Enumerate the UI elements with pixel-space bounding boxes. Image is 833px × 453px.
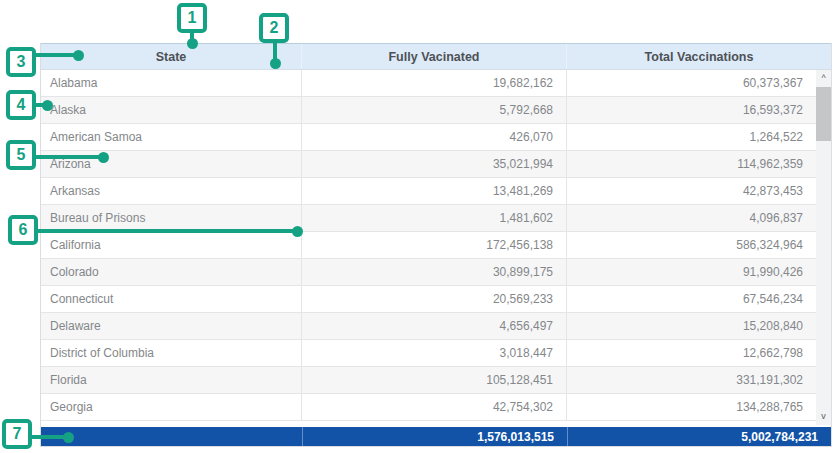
scrollbar-thumb[interactable]: [816, 87, 831, 141]
column-header-fully-vacinated: Fully Vacinated: [301, 44, 566, 69]
annotation-dot-3: [73, 50, 84, 61]
cell-state: Delaware: [41, 313, 301, 339]
annotation-dot-1: [187, 38, 198, 49]
cell-state: Georgia: [41, 394, 301, 420]
scrollbar-down-button[interactable]: v: [816, 408, 831, 425]
table-header: State Fully Vacinated Total Vaccinations: [41, 43, 831, 70]
table-body: Alabama19,682,16260,373,367Alaska5,792,6…: [41, 70, 816, 425]
table-row: Bureau of Prisons1,481,6024,096,837: [41, 205, 816, 232]
annotation-dot-2: [270, 58, 281, 69]
vaccination-table: State Fully Vacinated Total Vaccinations…: [40, 43, 832, 447]
table-row: District of Columbia3,018,44712,662,798: [41, 340, 816, 367]
cell-state: American Samoa: [41, 124, 301, 150]
dashboard-canvas: State Fully Vacinated Total Vaccinations…: [0, 0, 833, 453]
cell-total-vaccinations: 1,264,522: [566, 124, 816, 150]
annotation-marker-5: 5: [6, 140, 36, 170]
cell-total-vaccinations: 114,962,359: [566, 151, 816, 177]
cell-total-vaccinations: 16,593,372: [566, 97, 816, 123]
cell-fully-vacinated: 13,481,269: [301, 178, 566, 204]
annotation-dot-5: [98, 152, 109, 163]
table-row: California172,456,138586,324,964: [41, 232, 816, 259]
cell-total-vaccinations: 67,546,234: [566, 286, 816, 312]
annotation-marker-2: 2: [259, 13, 289, 43]
cell-fully-vacinated: 3,018,447: [301, 340, 566, 366]
totals-fully-vacinated: 1,576,013,515: [302, 427, 567, 446]
cell-fully-vacinated: 4,656,497: [301, 313, 566, 339]
cell-total-vaccinations: 15,208,840: [566, 313, 816, 339]
scrollbar-track[interactable]: [816, 87, 831, 408]
cell-fully-vacinated: 426,070: [301, 124, 566, 150]
annotation-dot-4: [42, 100, 53, 111]
cell-fully-vacinated: 1,481,602: [301, 205, 566, 231]
table-body-viewport: Alabama19,682,16260,373,367Alaska5,792,6…: [41, 70, 831, 425]
table-row: Delaware4,656,49715,208,840: [41, 313, 816, 340]
cell-state: Bureau of Prisons: [41, 205, 301, 231]
vertical-scrollbar[interactable]: ^ v: [816, 70, 831, 425]
cell-fully-vacinated: 19,682,162: [301, 70, 566, 96]
cell-total-vaccinations: 134,288,765: [566, 394, 816, 420]
cell-fully-vacinated: 30,899,175: [301, 259, 566, 285]
totals-state-cell: [41, 427, 302, 446]
column-header-total-vaccinations: Total Vaccinations: [566, 44, 831, 69]
annotation-marker-7: 7: [2, 419, 32, 449]
cell-total-vaccinations: 4,096,837: [566, 205, 816, 231]
cell-total-vaccinations: 60,373,367: [566, 70, 816, 96]
cell-total-vaccinations: 586,324,964: [566, 232, 816, 258]
annotation-dot-7: [63, 432, 74, 443]
scrollbar-up-button[interactable]: ^: [816, 70, 831, 87]
cell-fully-vacinated: 35,021,994: [301, 151, 566, 177]
cell-state: Alaska: [41, 97, 301, 123]
annotation-marker-6: 6: [8, 215, 38, 245]
table-row: American Samoa426,0701,264,522: [41, 124, 816, 151]
cell-state: Colorado: [41, 259, 301, 285]
table-row: Colorado30,899,17591,990,426: [41, 259, 816, 286]
totals-row: 1,576,013,515 5,002,784,231: [41, 427, 831, 447]
table-row: Alaska5,792,66816,593,372: [41, 97, 816, 124]
table-row: Arizona35,021,994114,962,359: [41, 151, 816, 178]
table-row: Alabama19,682,16260,373,367: [41, 70, 816, 97]
table-row: Connecticut20,569,23367,546,234: [41, 286, 816, 313]
cell-state: Arkansas: [41, 178, 301, 204]
table-row: Georgia42,754,302134,288,765: [41, 394, 816, 421]
annotation-marker-3: 3: [6, 47, 36, 77]
annotation-marker-1: 1: [177, 3, 207, 33]
cell-state: Florida: [41, 367, 301, 393]
chevron-down-icon: v: [821, 412, 826, 421]
annotation-marker-4: 4: [6, 90, 36, 120]
cell-total-vaccinations: 91,990,426: [566, 259, 816, 285]
cell-fully-vacinated: 5,792,668: [301, 97, 566, 123]
cell-state: District of Columbia: [41, 340, 301, 366]
cell-total-vaccinations: 12,662,798: [566, 340, 816, 366]
totals-total-vaccinations: 5,002,784,231: [567, 427, 831, 446]
cell-total-vaccinations: 42,873,453: [566, 178, 816, 204]
table-row: Arkansas13,481,26942,873,453: [41, 178, 816, 205]
table-row: Florida105,128,451331,191,302: [41, 367, 816, 394]
annotation-dot-6: [292, 226, 303, 237]
annotation-line-6: [36, 229, 297, 233]
annotation-line-3: [34, 53, 78, 57]
cell-total-vaccinations: 331,191,302: [566, 367, 816, 393]
cell-fully-vacinated: 42,754,302: [301, 394, 566, 420]
annotation-line-5: [34, 155, 103, 159]
cell-state: Alabama: [41, 70, 301, 96]
chevron-up-icon: ^: [821, 74, 825, 83]
cell-fully-vacinated: 20,569,233: [301, 286, 566, 312]
cell-fully-vacinated: 105,128,451: [301, 367, 566, 393]
cell-state: California: [41, 232, 301, 258]
cell-fully-vacinated: 172,456,138: [301, 232, 566, 258]
cell-state: Connecticut: [41, 286, 301, 312]
